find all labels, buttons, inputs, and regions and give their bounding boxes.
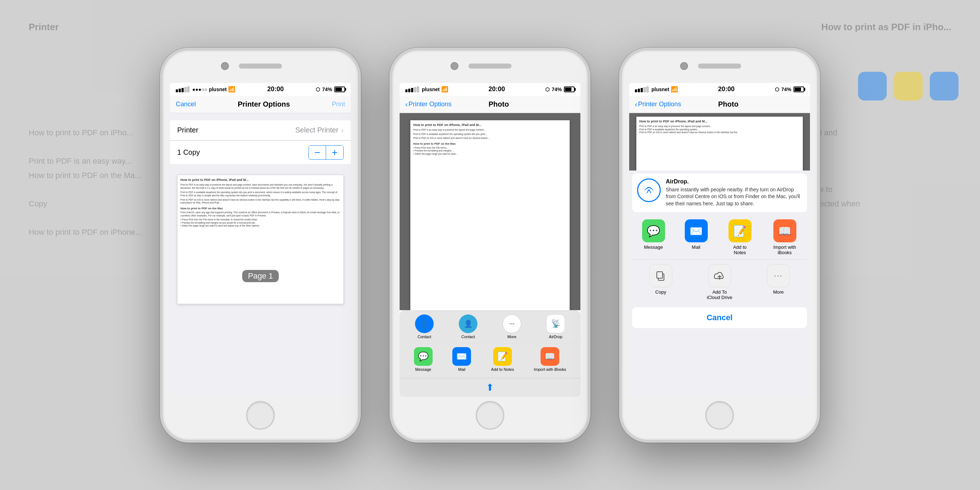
phone2-carrier: plusnet 📶 (405, 86, 449, 93)
phone2-ibooks-icon: 📖 (541, 347, 559, 366)
phone1-decrement-btn[interactable]: − (309, 146, 326, 160)
phone1-printer-row[interactable]: Printer Select Printer › (170, 120, 351, 140)
phone2-doc-in-photo: How to print to PDF on iPhone, iPad and … (410, 120, 570, 310)
phone1-screen: ●●●○○ plusnet 📶 20:00 ⬡ 74% Cancel Print… (170, 83, 351, 397)
phone2-battery-pct: 74% (552, 86, 562, 92)
phone2-contact-1[interactable]: 👤 Contact (415, 314, 434, 339)
phone2-notes-btn[interactable]: 📝 Add to Notes (491, 347, 514, 372)
p3-signal-2 (638, 89, 640, 92)
phone3-more-action[interactable]: ··· More (767, 264, 790, 300)
phone2-back-btn[interactable]: ‹ Printer Options (405, 100, 452, 109)
phone3-content: How to print to PDF on iPhone, iPad and … (629, 113, 810, 397)
phone3-speaker (698, 64, 741, 69)
phone1-signal (176, 86, 189, 92)
phone3-mail-app[interactable]: ✉️ Mail (685, 219, 708, 255)
phone1-time: 20:00 (267, 85, 284, 93)
phone2-airdrop-btn[interactable]: 📡 AirDrop (546, 314, 565, 339)
phone1-battery-icon (334, 86, 345, 92)
phone1-camera (221, 62, 229, 70)
phone3-doc-preview: How to print to PDF on iPhone, iPad and … (629, 113, 810, 171)
phone3-more-icon: ··· (767, 264, 790, 287)
phone3-bt-icon: ⬡ (775, 86, 779, 92)
phone3-mail-label: Mail (692, 244, 700, 250)
phone3-doc-body: Print to PDF is an easy way to preserve … (639, 125, 800, 128)
phone3-wifi-icon: 📶 (671, 86, 678, 93)
phone1-cancel-btn[interactable]: Cancel (176, 101, 196, 108)
phone2-share-btn[interactable]: ⬆ (486, 382, 494, 393)
phone2-more-contacts[interactable]: ··· More (503, 314, 521, 339)
phone3-message-icon: 💬 (642, 219, 665, 242)
phone3-share-content: AirDrop. Share instantly with people nea… (629, 171, 810, 397)
svg-rect-2 (657, 272, 663, 278)
phone3-cancel-btn[interactable]: Cancel (632, 307, 807, 328)
phone3-doc-body2: Print to PDF is available anywhere the o… (639, 128, 800, 131)
phone1-status-bar: ●●●○○ plusnet 📶 20:00 ⬡ 74% (170, 83, 351, 96)
phone1-copy-label: 1 Copy (177, 148, 200, 156)
phone2-doc-bullets: • Press Print from the File menu...• Pre… (413, 147, 567, 155)
phone2-home-btn[interactable] (476, 401, 504, 430)
phone2-airdrop-label: AirDrop (549, 335, 562, 339)
phone3-message-app[interactable]: 💬 Message (642, 219, 665, 255)
phone1-nav-bar: Cancel Printer Options Print (170, 96, 351, 113)
phone-1: ●●●○○ plusnet 📶 20:00 ⬡ 74% Cancel Print… (160, 48, 361, 443)
signal-dot-5 (187, 86, 189, 92)
phone3-nav-bar: ‹ Printer Options Photo (629, 96, 810, 113)
phone1-doc-body3: Print to PDF on iOS is more indirect and… (180, 198, 340, 204)
signal-dot-3 (181, 88, 184, 92)
phone1-copy-row: 1 Copy − + (170, 141, 351, 164)
phone1-home-btn[interactable] (246, 401, 275, 430)
phone2-bottom-toolbar: ⬆ (399, 378, 581, 397)
phone-3: plusnet 📶 20:00 ⬡ 74% ‹ Printer Options (619, 48, 820, 443)
phone2-doc-body2: Print to PDF is available anywhere the o… (413, 133, 567, 136)
phone2-wifi-icon: 📶 (441, 86, 449, 93)
phone2-mail-btn[interactable]: ✉️ Mail (452, 347, 471, 372)
phone2-airdrop-icon: 📡 (546, 314, 565, 333)
phone1-carrier-name: ●●●○○ plusnet (192, 86, 227, 92)
phone3-home-btn[interactable] (705, 401, 734, 430)
phone1-doc-heading2: How to print to PDF on the Mac (180, 207, 340, 211)
phone-2: plusnet 📶 20:00 ⬡ 74% ‹ Printer Options (390, 48, 590, 443)
phone3-icloud-action[interactable]: Add To iCloud Drive (707, 264, 732, 300)
phone1-nav-title: Printer Options (238, 100, 290, 109)
phone2-status-bar: plusnet 📶 20:00 ⬡ 74% (399, 83, 581, 96)
phone3-camera (680, 62, 688, 70)
phone2-share-sheet: 👤 Contact 👤 Contact ··· More (399, 310, 581, 378)
phone3-nav-title: Photo (718, 100, 738, 109)
phone1-doc-body2: Print to PDF is available anywhere the o… (180, 191, 340, 197)
phone1-content: Printer Select Printer › 1 Copy − + (170, 113, 351, 397)
phone3-apps-row: 💬 Message ✉️ Mail 📝 Add to Notes (632, 219, 807, 255)
phone3-notes-icon: 📝 (729, 219, 751, 242)
phone2-doc-body: Print to PDF is an easy way to preserve … (413, 129, 567, 131)
phone2-message-btn[interactable]: 💬 Message (414, 347, 433, 372)
phone1-doc-bullets: • Press Print from the File menu in the … (180, 218, 340, 227)
phone3-apps-section: 💬 Message ✉️ Mail 📝 Add to Notes (629, 215, 810, 260)
phone1-increment-btn[interactable]: + (326, 146, 343, 160)
phone2-bt-icon: ⬡ (545, 86, 550, 92)
phone2-content: How to print to PDF on iPhone, iPad and … (399, 113, 581, 397)
phone2-doc-title: How to print to PDF on iPhone, iPad and … (413, 123, 567, 128)
p3-signal-3 (641, 88, 643, 92)
phone2-avatar-1: 👤 (415, 314, 434, 333)
phone2-photo-area: How to print to PDF on iPhone, iPad and … (399, 113, 581, 310)
phone3-copy-label: Copy (655, 289, 666, 295)
phone1-doc-body4: From macOS, open any app that supports p… (180, 211, 340, 217)
phone2-contact-2[interactable]: 👤 Contact (459, 314, 477, 339)
phone3-ibooks-app[interactable]: 📖 Import with iBooks (772, 219, 797, 255)
phone3-notes-label: Add to Notes (727, 244, 752, 255)
phone2-ibooks-btn[interactable]: 📖 Import with iBooks (534, 347, 566, 372)
phone3-notes-app[interactable]: 📝 Add to Notes (727, 219, 752, 255)
phone3-airdrop-title: AirDrop. (666, 179, 689, 185)
phone2-message-label: Message (415, 367, 431, 372)
phone2-camera (450, 62, 458, 70)
phone1-printer-section: Printer Select Printer › 1 Copy − + (170, 120, 351, 164)
phone2-apps-row: 💬 Message ✉️ Mail 📝 Add to Notes 📖 (402, 343, 578, 375)
p3-signal-1 (635, 89, 637, 92)
phone1-speaker (239, 64, 282, 69)
phone3-copy-action[interactable]: Copy (649, 264, 672, 300)
phone3-airdrop-text: AirDrop. Share instantly with people nea… (666, 179, 802, 207)
phone1-doc-content: How to print to PDF on iPhone, iPad and … (178, 175, 343, 304)
phone3-battery-icon (794, 86, 804, 92)
phone1-print-btn[interactable]: Print (332, 101, 345, 108)
phone3-back-btn[interactable]: ‹ Printer Options (635, 100, 681, 109)
phone2-message-icon: 💬 (414, 347, 433, 366)
